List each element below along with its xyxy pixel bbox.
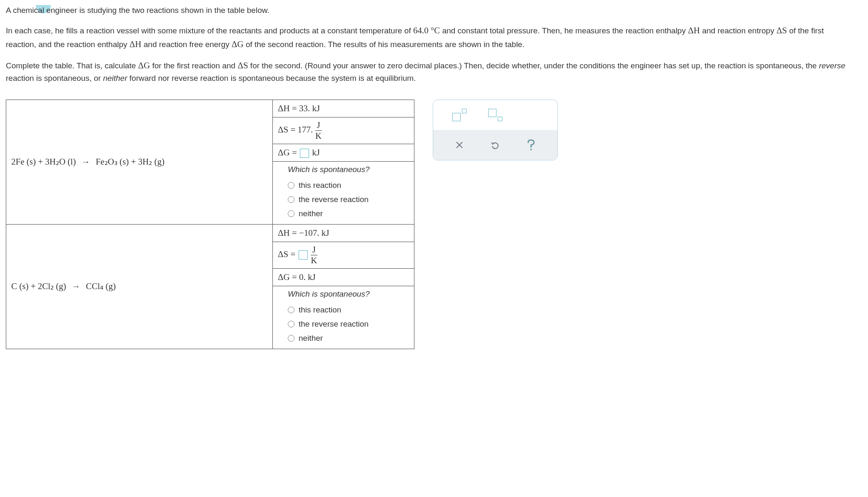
text: forward nor reverse reaction is spontane… [127, 74, 416, 82]
arrow-icon: → [68, 281, 84, 291]
text: Complete the table. That is, calculate [6, 61, 138, 70]
delta-s-symbol: ΔS [776, 25, 787, 35]
tool-row-2 [433, 130, 557, 160]
label: ΔG [278, 147, 290, 157]
rxn2-radio-this[interactable]: this reaction [278, 303, 409, 317]
subscript-button[interactable] [487, 107, 504, 123]
delta-h-symbol: ΔH [130, 39, 142, 49]
reaction-2-equation: C (s) + 2Cl₂ (g) → CCl₄ (g) [6, 224, 273, 349]
label: ΔG [278, 272, 290, 282]
svg-point-0 [530, 149, 532, 150]
radio-icon [288, 321, 294, 327]
text: In each case, he fills a reaction vessel… [6, 26, 413, 35]
help-button[interactable] [523, 137, 539, 153]
intro-para-1: A chemical engineer is studying the two … [6, 4, 856, 16]
rxn2-radio-reverse[interactable]: the reverse reaction [278, 317, 409, 331]
text: for the second. (Round your answer to ze… [248, 61, 819, 70]
label: ΔH [278, 103, 290, 113]
rxn1-radio-neither[interactable]: neither [278, 207, 409, 221]
text: of the second reaction. The results of h… [244, 40, 525, 49]
text: ngineer is studying the two reactions sh… [51, 6, 269, 15]
radio-icon [288, 196, 294, 203]
rxn1-radio-this[interactable]: this reaction [278, 178, 409, 192]
text: reaction is spontaneous, or [6, 74, 103, 82]
radio-label: neither [299, 209, 323, 218]
rxn1-delta-g: ΔG = kJ [273, 144, 414, 161]
rxn2-lhs: C (s) + 2Cl₂ (g) [11, 281, 66, 291]
spontaneous-heading: Which is spontaneous? [278, 165, 409, 174]
value: = 0. kJ [292, 272, 316, 282]
undo-icon [490, 140, 500, 150]
radio-icon [288, 335, 294, 342]
radio-label: the reverse reaction [299, 320, 369, 329]
rxn2-delta-s-input[interactable] [299, 250, 308, 260]
radio-icon [288, 182, 294, 189]
temperature-value: 64.0 °C [413, 25, 440, 35]
table-row: C (s) + 2Cl₂ (g) → CCl₄ (g) ΔH = −107. k… [6, 224, 414, 242]
tool-palette [433, 100, 558, 160]
label: ΔS [278, 125, 288, 135]
rxn1-lhs: 2Fe (s) + 3H₂O (l) [11, 157, 76, 167]
radio-label: this reaction [299, 305, 341, 315]
tool-row-1 [433, 100, 557, 130]
delta-h-symbol: ΔH [688, 25, 700, 35]
value: = 177. [290, 125, 313, 135]
delta-s-symbol: ΔS [237, 60, 248, 70]
close-icon [455, 140, 464, 150]
rxn2-delta-s: ΔS = J K [273, 242, 414, 268]
radio-label: neither [299, 334, 323, 343]
rxn1-delta-s: ΔS = 177. J K [273, 117, 414, 144]
radio-label: the reverse reaction [299, 195, 369, 204]
superscript-icon [452, 109, 466, 121]
rxn1-radio-reverse[interactable]: the reverse reaction [278, 192, 409, 207]
label: ΔH [278, 228, 290, 238]
frac-num: J [311, 245, 317, 255]
frac-den: K [311, 255, 317, 265]
text-reverse: reverse [819, 61, 845, 70]
question-icon [526, 139, 536, 151]
text-neither: neither [103, 74, 127, 82]
text: and reaction free energy [141, 40, 232, 49]
unit-fraction: J K [311, 245, 317, 265]
rxn1-spontaneous-block: Which is spontaneous? this reaction the … [273, 161, 414, 224]
rxn2-delta-g: ΔG = 0. kJ [273, 268, 414, 286]
unit-fraction: J K [315, 121, 322, 140]
rxn2-delta-h: ΔH = −107. kJ [273, 224, 414, 242]
radio-icon [288, 210, 294, 217]
clear-button[interactable] [451, 137, 468, 153]
rxn2-spontaneous-block: Which is spontaneous? this reaction the … [273, 286, 414, 349]
value: = −107. kJ [292, 228, 329, 238]
rxn1-rhs: Fe₂O₃ (s) + 3H₂ (g) [96, 157, 165, 167]
radio-icon [288, 307, 294, 313]
label: ΔS [278, 249, 288, 259]
delta-g-symbol: ΔG [232, 39, 244, 49]
reaction-table: 2Fe (s) + 3H₂O (l) → Fe₂O₃ (s) + 3H₂ (g)… [6, 100, 414, 349]
intro-para-3: Complete the table. That is, calculate Δ… [6, 59, 856, 85]
text: for the first reaction and [150, 61, 237, 70]
radio-label: this reaction [299, 181, 341, 190]
rxn1-delta-g-input[interactable] [300, 149, 309, 158]
table-row: 2Fe (s) + 3H₂O (l) → Fe₂O₃ (s) + 3H₂ (g)… [6, 100, 414, 117]
text: A chemica [6, 6, 42, 15]
superscript-button[interactable] [451, 107, 468, 123]
rxn2-radio-neither[interactable]: neither [278, 331, 409, 345]
spontaneous-heading: Which is spontaneous? [278, 290, 409, 299]
text: and constant total pressure. Then, he me… [440, 26, 688, 35]
rxn2-rhs: CCl₄ (g) [86, 281, 116, 291]
tool-spacer [523, 107, 539, 123]
unit: kJ [312, 147, 320, 157]
undo-button[interactable] [487, 137, 504, 153]
reaction-1-equation: 2Fe (s) + 3H₂O (l) → Fe₂O₃ (s) + 3H₂ (g) [6, 100, 273, 224]
text: and reaction entropy [700, 26, 776, 35]
text: l e [42, 6, 51, 15]
value: = 33. kJ [292, 103, 320, 113]
delta-g-symbol: ΔG [138, 60, 150, 70]
intro-para-2: In each case, he fills a reaction vessel… [6, 24, 856, 51]
subscript-icon [488, 109, 502, 121]
eq: = [292, 147, 297, 157]
frac-den: K [315, 131, 322, 140]
arrow-icon: → [78, 157, 93, 167]
eq: = [290, 249, 295, 259]
frac-num: J [315, 121, 322, 131]
rxn1-delta-h: ΔH = 33. kJ [273, 100, 414, 117]
